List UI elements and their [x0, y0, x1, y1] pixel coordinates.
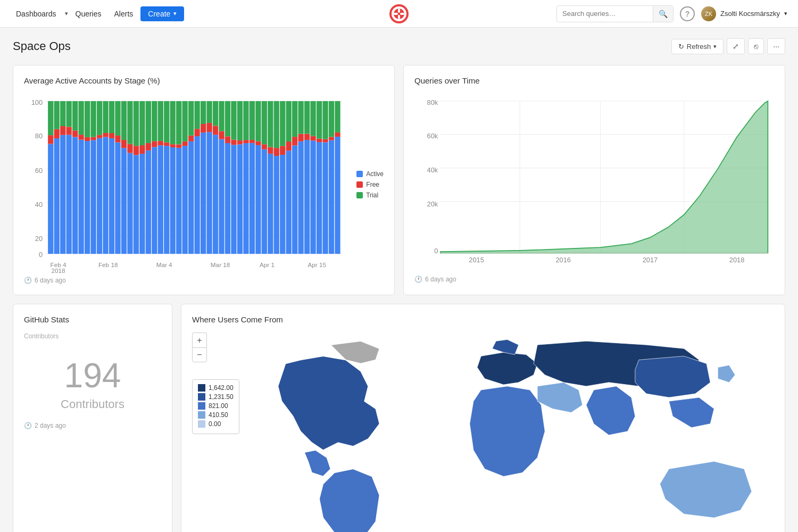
svg-rect-29: [66, 127, 72, 135]
user-menu[interactable]: ZK Zsolti Kocsmárszky ▾: [701, 6, 787, 21]
svg-rect-129: [268, 101, 273, 147]
svg-rect-72: [152, 101, 157, 141]
help-button[interactable]: ?: [680, 6, 695, 21]
zoom-in-button[interactable]: +: [192, 332, 207, 347]
svg-rect-81: [170, 101, 176, 144]
svg-rect-4: [398, 15, 400, 19]
svg-rect-99: [206, 101, 212, 123]
bar-chart-svg: 100 80 60 40 20 0: [24, 94, 348, 268]
svg-rect-43: [97, 138, 102, 254]
user-avatar: ZK: [701, 6, 716, 21]
map-title: Where Users Come From: [192, 315, 774, 324]
github-timestamp: 🕐 2 days ago: [24, 422, 161, 429]
github-stats-title: GitHub Stats: [24, 315, 161, 324]
legend-item-4: 410.50: [198, 411, 234, 419]
create-button[interactable]: Create ▾: [140, 6, 184, 21]
zoom-controls: + −: [192, 332, 239, 362]
svg-rect-147: [304, 101, 310, 134]
india: [586, 386, 635, 435]
svg-rect-93: [194, 101, 200, 129]
europe: [477, 352, 537, 385]
map-svg-wrap: [248, 332, 774, 532]
nav-alerts[interactable]: Alerts: [109, 6, 139, 21]
svg-rect-143: [298, 134, 304, 142]
svg-rect-83: [176, 144, 181, 147]
svg-rect-154: [322, 142, 328, 254]
legend-free: Free: [356, 181, 384, 188]
page-header: Space Ops ↻ Refresh ▾ ⤢ ⎋ ···: [13, 38, 785, 54]
svg-rect-75: [158, 101, 163, 141]
search-input[interactable]: [557, 10, 653, 18]
svg-rect-86: [182, 142, 188, 146]
svg-rect-151: [317, 142, 322, 254]
share-button[interactable]: ⎋: [748, 38, 764, 54]
svg-rect-19: [48, 144, 53, 254]
svg-rect-35: [78, 135, 84, 139]
svg-rect-97: [206, 132, 212, 254]
svg-rect-21: [48, 101, 53, 135]
svg-rect-153: [317, 101, 322, 138]
legend-value-3: 821.00: [209, 402, 228, 410]
svg-text:Mar 18: Mar 18: [211, 261, 230, 268]
clock3-icon: 🕐: [24, 422, 32, 429]
svg-rect-146: [304, 134, 310, 139]
svg-rect-155: [322, 139, 328, 143]
map-legend: 1,642.00 1,231.50 821.00 410.50: [192, 379, 239, 434]
map-left-panel: + − 1,642.00 1,231.50: [192, 332, 239, 532]
search-button[interactable]: 🔍: [653, 6, 673, 22]
nav-right: 🔍 ? ZK Zsolti Kocsmárszky ▾: [556, 5, 787, 22]
svg-rect-32: [72, 130, 78, 137]
legend-free-dot: [356, 181, 363, 188]
chart2-title: Queries over Time: [414, 76, 774, 85]
refresh-button[interactable]: ↻ Refresh ▾: [671, 39, 724, 54]
clock2-icon: 🕐: [414, 276, 422, 283]
svg-rect-79: [170, 147, 176, 254]
svg-rect-115: [243, 143, 248, 254]
japan: [718, 365, 735, 383]
svg-rect-42: [90, 101, 96, 137]
refresh-chevron-icon: ▾: [713, 43, 717, 50]
nav-dashboards[interactable]: Dashboards: [11, 6, 62, 21]
svg-rect-112: [237, 144, 243, 254]
map-card: Where Users Come From + − 1,642.00: [181, 304, 785, 532]
svg-rect-38: [85, 137, 90, 141]
legend-active-dot: [356, 171, 363, 177]
svg-rect-142: [298, 142, 304, 254]
svg-rect-5: [394, 13, 398, 15]
create-chevron-icon: ▾: [173, 10, 177, 17]
zoom-out-button[interactable]: −: [192, 347, 207, 362]
africa: [470, 386, 545, 477]
svg-rect-47: [103, 133, 108, 137]
svg-text:Apr 15: Apr 15: [307, 261, 326, 268]
svg-rect-62: [134, 146, 139, 155]
svg-rect-104: [219, 131, 224, 139]
svg-rect-55: [121, 148, 127, 254]
svg-rect-34: [78, 140, 84, 254]
legend-trial-dot: [356, 192, 363, 198]
svg-rect-56: [121, 140, 127, 148]
svg-text:0: 0: [434, 247, 438, 255]
svg-rect-84: [176, 101, 181, 144]
svg-rect-85: [182, 146, 188, 254]
navbar: Dashboards ▾ Queries Alerts Create ▾ 🔍 ?…: [0, 0, 798, 28]
legend-active: Active: [356, 170, 384, 178]
svg-text:40: 40: [35, 201, 43, 209]
svg-text:20: 20: [35, 235, 43, 243]
svg-rect-54: [115, 101, 120, 136]
nav-queries[interactable]: Queries: [70, 6, 107, 21]
svg-text:2017: 2017: [643, 256, 658, 264]
svg-rect-26: [60, 126, 65, 135]
nav-dashboards-chevron-icon: ▾: [65, 10, 68, 17]
chart-card-area: Queries over Time 80k 60k 40k 20k 0: [403, 65, 785, 295]
svg-rect-37: [85, 141, 90, 254]
svg-rect-100: [213, 135, 218, 254]
fullscreen-button[interactable]: ⤢: [727, 38, 745, 54]
github-stats-subtitle: Contributors: [24, 332, 161, 340]
bar-chart-legend: Active Free Trial: [356, 94, 384, 270]
legend-value-2: 1,231.50: [209, 393, 234, 401]
svg-rect-123: [255, 101, 261, 142]
svg-rect-133: [280, 155, 285, 254]
more-options-button[interactable]: ···: [767, 38, 785, 54]
search-bar[interactable]: 🔍: [556, 5, 674, 22]
svg-rect-41: [90, 137, 96, 140]
